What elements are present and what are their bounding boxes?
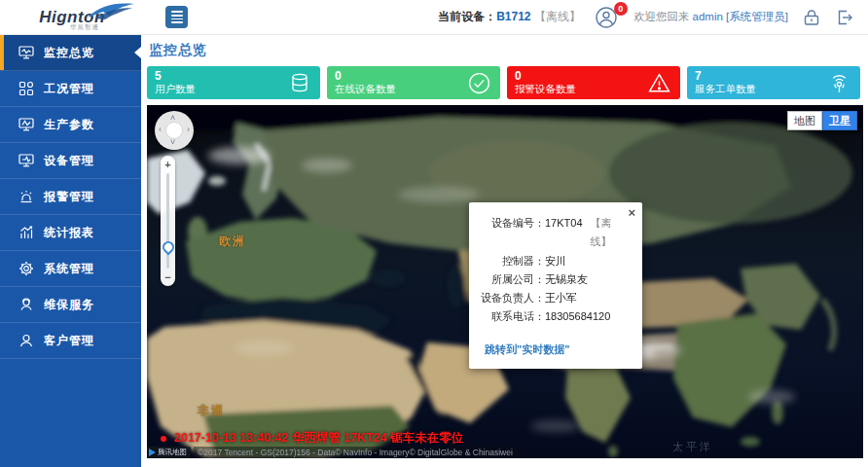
welcome-message: 欢迎您回来 admin [系统管理员] — [633, 10, 788, 24]
sidebar-item-maintenance-service[interactable]: 维保服务 — [0, 287, 141, 323]
sidebar-item-label: 报警管理 — [44, 189, 94, 205]
sidebar-item-label: 客户管理 — [44, 333, 94, 349]
popup-row-phone: 联系电话： 18305684120 — [477, 307, 633, 326]
tencent-logo-text: 腾讯地图 — [158, 448, 187, 457]
current-device-status: 当前设备：B1712 【离线】 — [438, 9, 581, 25]
popup-row-value: 18305684120 — [545, 307, 610, 326]
sidebar-item-alarm-manage[interactable]: 报警管理 — [0, 179, 141, 215]
customer-icon — [18, 333, 34, 349]
popup-row-label: 联系电话： — [477, 307, 545, 326]
logo-swoosh-icon — [86, 2, 136, 21]
stat-card-users[interactable]: 5 用户数量 — [147, 66, 320, 99]
alarm-ticker-text: 2017-10-13 13:40:42 华西焊管 17KT24 锯车未在零位 — [174, 430, 463, 447]
logout-button[interactable] — [835, 8, 854, 27]
satellite-view-button[interactable]: 卫星 — [822, 111, 857, 130]
popup-row-controller: 控制器： 安川 — [477, 252, 633, 270]
attribution-text: ©2017 Tencent - GS(2017)156 - Data© NavI… — [194, 447, 517, 458]
sidebar-item-working-condition[interactable]: 工况管理 — [0, 71, 141, 107]
popup-row-label: 所属公司： — [477, 270, 545, 289]
popup-row-value: 王小军 — [545, 289, 577, 307]
lock-icon — [802, 8, 821, 27]
current-device-id: B1712 — [496, 10, 530, 23]
sidebar-item-label: 生产参数 — [44, 117, 94, 133]
welcome-text: 欢迎您回来 — [633, 11, 690, 22]
sidebar-item-label: 设备管理 — [44, 153, 94, 169]
map-pan-control[interactable]: ˄ ˅ ‹ › — [155, 111, 194, 150]
sidebar-item-label: 统计报表 — [44, 225, 94, 241]
map-attribution: 腾讯地图 ©2017 Tencent - GS(2017)156 - Data©… — [147, 447, 517, 458]
zoom-in-button[interactable]: + — [161, 158, 175, 171]
sidebar-item-label: 监控总览 — [44, 45, 94, 61]
stat-cards-row: 5 用户数量 0 在线设备数量 0 报警设备数量 — [147, 66, 860, 99]
popup-row-value: 无锡泉友 — [545, 270, 588, 289]
grid-icon — [18, 81, 34, 97]
device-info-popup: × 设备编号： 17KT04 【离线】 控制器： 安川 所属公司： 无锡泉友 设… — [469, 202, 642, 369]
popup-row-status: 【离线】 — [591, 214, 633, 252]
sidebar-item-stats-report[interactable]: 统计报表 — [0, 215, 141, 251]
device-manage-icon — [18, 153, 34, 169]
logout-icon — [835, 8, 854, 27]
popup-row-device-id: 设备编号： 17KT04 【离线】 — [477, 214, 633, 252]
maintenance-service-icon — [18, 297, 34, 313]
map-zoom-control[interactable]: + − — [161, 156, 175, 286]
tencent-logo-icon — [149, 449, 156, 456]
top-header: Hignton 华辰智通 当前设备：B1712 【离线】 0 欢迎您回来 adm… — [0, 0, 868, 35]
sidebar-item-customer-manage[interactable]: 客户管理 — [0, 323, 141, 359]
broadcast-icon — [827, 71, 851, 99]
pan-right-icon[interactable]: › — [187, 126, 190, 134]
popup-row-owner: 设备负责人： 王小军 — [477, 289, 633, 307]
tencent-map-logo: 腾讯地图 — [147, 447, 191, 458]
check-circle-icon — [467, 71, 491, 99]
popup-row-company: 所属公司： 无锡泉友 — [477, 270, 633, 289]
production-params-icon — [18, 117, 34, 133]
popup-row-label: 设备编号： — [477, 214, 545, 252]
page-title: 监控总览 — [149, 42, 860, 59]
popup-row-value: 17KT04 — [545, 214, 583, 252]
stats-chart-icon — [18, 225, 34, 241]
sidebar-item-label: 维保服务 — [44, 297, 94, 313]
stat-card-online-devices[interactable]: 0 在线设备数量 — [327, 66, 500, 99]
sidebar-item-device-manage[interactable]: 设备管理 — [0, 143, 141, 179]
map-view-button[interactable]: 地图 — [787, 111, 822, 130]
logged-in-user[interactable]: admin [系统管理员] — [693, 11, 788, 22]
current-device-offline-status: 【离线】 — [534, 10, 581, 23]
stat-card-service-orders[interactable]: 7 服务工单数量 — [687, 66, 860, 99]
sidebar-nav: 监控总览 工况管理 生产参数 设备管理 报警管理 — [0, 35, 141, 467]
sidebar-item-system-manage[interactable]: 系统管理 — [0, 251, 141, 287]
popup-row-label: 控制器： — [477, 252, 545, 270]
user-notification-button[interactable]: 0 — [595, 6, 620, 29]
realtime-data-link[interactable]: 跳转到"实时数据" — [485, 342, 569, 357]
header-right-area: 当前设备：B1712 【离线】 0 欢迎您回来 admin [系统管理员] — [438, 6, 868, 29]
map-type-toggle: 地图 卫星 — [787, 111, 857, 130]
pan-left-icon[interactable]: ‹ — [159, 126, 162, 134]
sidebar-item-monitor-overview[interactable]: 监控总览 — [0, 35, 141, 71]
sidebar-toggle-button[interactable] — [165, 6, 188, 28]
logo-subtext: 华辰智通 — [70, 23, 99, 32]
zoom-slider-thumb[interactable] — [160, 239, 176, 256]
sidebar-item-label: 系统管理 — [44, 261, 94, 277]
close-icon[interactable]: × — [628, 206, 635, 219]
stat-card-alarm-devices[interactable]: 0 报警设备数量 — [507, 66, 680, 99]
dashboard-page: Hignton 华辰智通 当前设备：B1712 【离线】 0 欢迎您回来 adm… — [0, 0, 868, 467]
lock-screen-button[interactable] — [802, 8, 821, 27]
popup-row-value: 安川 — [545, 252, 566, 270]
pan-down-icon[interactable]: ˅ — [170, 138, 175, 147]
pan-center-button[interactable] — [165, 122, 183, 139]
sidebar-item-label: 工况管理 — [44, 81, 94, 97]
warning-triangle-icon — [647, 71, 671, 99]
alarm-icon — [18, 189, 34, 205]
notification-badge: 0 — [614, 2, 628, 16]
brand-logo: Hignton 华辰智通 — [0, 0, 144, 35]
satellite-map-canvas[interactable]: 欧洲 中 国 非洲 太平洋 ˄ ˅ ‹ › + − 地图 卫星 — [147, 105, 863, 458]
current-device-label: 当前设备： — [438, 10, 496, 23]
alarm-bullet-icon — [161, 436, 166, 442]
main-content: 监控总览 5 用户数量 0 在线设备数量 0 报警设备数量 — [141, 35, 868, 467]
database-icon — [288, 71, 311, 98]
alarm-ticker: 2017-10-13 13:40:42 华西焊管 17KT24 锯车未在零位 — [161, 430, 463, 447]
popup-row-label: 设备负责人： — [477, 289, 545, 307]
zoom-out-button[interactable]: − — [161, 270, 175, 284]
gear-icon — [18, 261, 34, 277]
monitor-overview-icon — [18, 45, 34, 61]
sidebar-item-production-params[interactable]: 生产参数 — [0, 107, 141, 143]
